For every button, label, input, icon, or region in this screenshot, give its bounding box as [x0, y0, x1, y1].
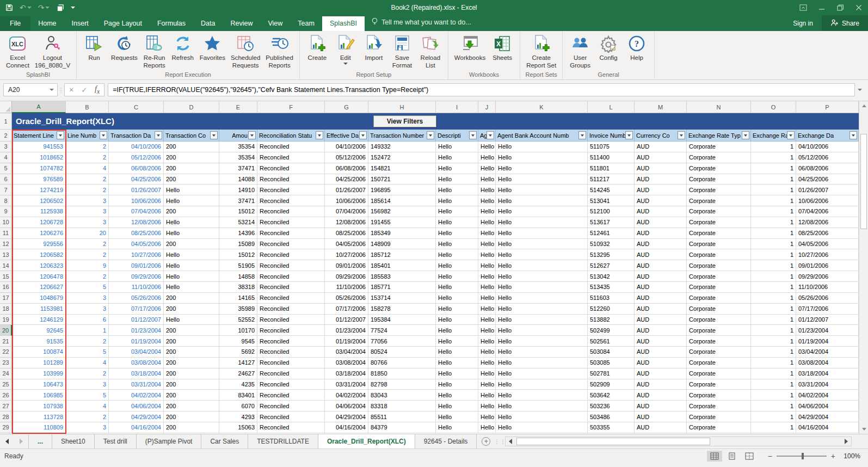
horizontal-scrollbar[interactable] — [505, 437, 852, 446]
cell[interactable]: AUD — [635, 422, 687, 433]
cell[interactable]: Hello — [496, 304, 588, 315]
filter-dropdown-icon[interactable] — [316, 131, 323, 139]
cell[interactable]: 158278 — [368, 304, 436, 315]
cell[interactable]: 512100 — [588, 206, 635, 217]
cell[interactable]: AUD — [635, 239, 687, 250]
column-header-A[interactable]: A — [12, 101, 66, 113]
cell[interactable]: 04/10/2006 — [325, 142, 368, 152]
cell[interactable]: 15012 — [219, 206, 257, 217]
column-header-M[interactable]: M — [635, 101, 687, 113]
cell[interactable]: 152472 — [368, 152, 436, 163]
cell[interactable]: Hello — [496, 142, 588, 152]
cell[interactable]: 1 — [751, 293, 796, 304]
cell[interactable]: Hello — [496, 336, 588, 347]
column-header-L[interactable]: L — [588, 101, 635, 113]
cell[interactable]: Corporate — [687, 315, 751, 325]
cell[interactable]: 80524 — [368, 347, 436, 358]
cell[interactable]: Hello — [478, 271, 496, 282]
cell[interactable]: 11/10/2006 — [109, 282, 164, 293]
cell[interactable]: 1274219 — [12, 185, 66, 195]
select-all-corner[interactable] — [0, 101, 12, 113]
cell[interactable]: 503084 — [588, 347, 635, 358]
cell[interactable]: 1 — [751, 217, 796, 228]
cell[interactable]: AUD — [635, 315, 687, 325]
cell[interactable]: 200 — [164, 152, 219, 163]
row-header-20[interactable]: 20 — [0, 325, 12, 336]
cell[interactable]: AUD — [635, 411, 687, 422]
filter-header-age[interactable]: Age — [478, 130, 496, 142]
cell[interactable]: Hello — [436, 411, 478, 422]
filter-dropdown-icon[interactable] — [427, 131, 434, 139]
cell[interactable]: 04/10/2006 — [109, 142, 164, 152]
cell[interactable]: AUD — [635, 163, 687, 174]
cell[interactable]: Corporate — [687, 379, 751, 390]
cell[interactable]: 106473 — [12, 379, 66, 390]
cell[interactable]: 503236 — [588, 401, 635, 411]
row-header-26[interactable]: 26 — [0, 390, 12, 401]
cell[interactable]: 81850 — [368, 368, 436, 379]
row-header-18[interactable]: 18 — [0, 304, 12, 315]
cell[interactable]: Reconciled — [257, 304, 325, 315]
cell[interactable]: 35989 — [219, 304, 257, 315]
sheet-tab-92645-details[interactable]: 92645 - Details — [415, 434, 477, 448]
ribbon-tab-team[interactable]: Team — [290, 16, 322, 31]
sheet-tab-sheet10[interactable]: Sheet10 — [52, 434, 95, 448]
cell[interactable]: Reconciled — [257, 411, 325, 422]
cell[interactable]: 1 — [751, 174, 796, 185]
cell[interactable]: 06/08/2006 — [325, 163, 368, 174]
row-header-14[interactable]: 14 — [0, 260, 12, 271]
cell[interactable]: 2 — [66, 152, 109, 163]
cell[interactable]: 15089 — [219, 239, 257, 250]
cell[interactable]: 14396 — [219, 228, 257, 239]
cell[interactable]: 04/25/2006 — [796, 174, 859, 185]
cell[interactable]: 01/19/2004 — [109, 336, 164, 347]
cell[interactable]: 04/05/2006 — [796, 239, 859, 250]
filter-header-transaction-code[interactable]: Transaction Co — [164, 130, 219, 142]
cell[interactable]: 07/04/2006 — [796, 206, 859, 217]
cell[interactable]: 04/06/2004 — [796, 401, 859, 411]
cell[interactable]: Hello — [478, 152, 496, 163]
row-header-7[interactable]: 7 — [0, 185, 12, 195]
cell[interactable]: Hello — [478, 411, 496, 422]
ribbon-button-sheets[interactable]: XSheets — [488, 33, 516, 62]
page-break-view-icon[interactable] — [742, 451, 757, 462]
cell[interactable]: 01/12/2007 — [109, 315, 164, 325]
cell[interactable]: 4 — [66, 163, 109, 174]
cell[interactable]: AUD — [635, 185, 687, 195]
zoom-slider-thumb[interactable] — [802, 453, 804, 459]
cell[interactable]: 08/25/2006 — [796, 228, 859, 239]
cell[interactable]: Hello — [496, 206, 588, 217]
cell[interactable]: Hello — [478, 304, 496, 315]
cell[interactable]: Corporate — [687, 163, 751, 174]
cell[interactable]: Hello — [478, 195, 496, 206]
cell[interactable]: 3 — [66, 422, 109, 433]
cell[interactable]: 1 — [751, 315, 796, 325]
cell[interactable]: 6070 — [219, 401, 257, 411]
cell[interactable]: 200 — [164, 347, 219, 358]
cell[interactable]: 01/12/2007 — [325, 315, 368, 325]
cell[interactable]: 1 — [751, 249, 796, 260]
cell[interactable]: 2 — [66, 239, 109, 250]
filter-header-amount[interactable]: Amou — [219, 130, 257, 142]
cell[interactable]: AUD — [635, 282, 687, 293]
cell[interactable]: Hello — [164, 195, 219, 206]
cell[interactable]: 513295 — [588, 249, 635, 260]
cell[interactable]: Reconciled — [257, 390, 325, 401]
cell[interactable]: Reconciled — [257, 217, 325, 228]
row-header-21[interactable]: 21 — [0, 336, 12, 347]
cell[interactable]: Corporate — [687, 282, 751, 293]
cell[interactable]: 6 — [66, 315, 109, 325]
cell[interactable]: 2 — [66, 185, 109, 195]
cell[interactable]: 1206276 — [12, 228, 66, 239]
cell[interactable]: 08/25/2006 — [325, 228, 368, 239]
cell[interactable]: AUD — [635, 368, 687, 379]
cell[interactable]: 1018652 — [12, 152, 66, 163]
cell[interactable]: Reconciled — [257, 163, 325, 174]
cell[interactable]: 1 — [751, 422, 796, 433]
cell[interactable]: 1 — [751, 195, 796, 206]
cell[interactable]: 77056 — [368, 336, 436, 347]
filter-header-currency-code[interactable]: Currency Co — [635, 130, 687, 142]
cell[interactable]: 04/29/2004 — [325, 411, 368, 422]
filter-header-agent-bank-account-number[interactable]: Agent Bank Account Numb — [496, 130, 588, 142]
cell[interactable]: 05/12/2006 — [796, 152, 859, 163]
